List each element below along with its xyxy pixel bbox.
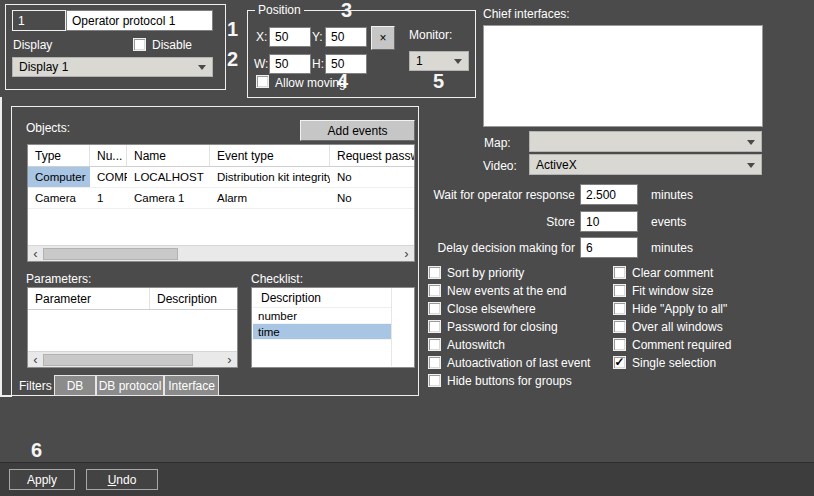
wait-response-label: Wait for operator response — [433, 188, 575, 202]
checklist-column: Description number time — [253, 288, 392, 366]
column-header-description[interactable]: Description — [253, 288, 391, 308]
operator-protocol-settings-panel: Display Disable Display 1 1 2 3 4 5 6 Po… — [0, 0, 814, 496]
table-row[interactable]: Camera 1 Camera 1 Alarm No — [28, 188, 414, 209]
option-single-selection[interactable]: ✓Single selection — [613, 356, 731, 369]
checkbox[interactable] — [613, 338, 626, 351]
checkbox[interactable] — [428, 374, 441, 387]
parameters-table-header: Parameter Description — [28, 288, 237, 310]
delay-label: Delay decision making for — [438, 241, 575, 255]
h-field[interactable] — [325, 54, 367, 74]
allow-moving-label: Allow moving — [275, 76, 346, 90]
column-header-event-type[interactable]: Event type — [210, 145, 330, 166]
checkbox[interactable] — [613, 302, 626, 315]
delay-field[interactable] — [580, 237, 638, 258]
allow-moving-checkbox[interactable] — [256, 75, 269, 88]
option-close-elsewhere[interactable]: Close elsewhere — [428, 302, 590, 315]
scroll-right-icon[interactable]: › — [222, 353, 237, 367]
store-unit: events — [651, 215, 686, 229]
scrollbar-thumb[interactable] — [43, 248, 178, 260]
column-header-request-password[interactable]: Request passwo — [330, 145, 414, 166]
objects-table-header: Type Nu... Name Event type Request passw… — [28, 145, 414, 167]
objects-table[interactable]: Type Nu... Name Event type Request passw… — [27, 144, 415, 262]
option-hide-buttons-for-groups[interactable]: Hide buttons for groups — [428, 374, 590, 387]
column-header-description[interactable]: Description — [150, 288, 237, 309]
monitor-label: Monitor: — [409, 28, 452, 42]
column-header-name[interactable]: Name — [127, 145, 210, 166]
object-id-field[interactable] — [12, 10, 66, 31]
checkbox[interactable] — [428, 284, 441, 297]
checkbox[interactable] — [613, 266, 626, 279]
y-field[interactable] — [325, 27, 367, 47]
objects-label: Objects: — [26, 121, 70, 135]
checkbox[interactable] — [428, 266, 441, 279]
tab-filters-active[interactable]: Filters — [19, 379, 52, 393]
option-password-for-closing[interactable]: Password for closing — [428, 320, 590, 333]
checkbox[interactable] — [428, 302, 441, 315]
checkbox[interactable] — [613, 320, 626, 333]
map-select[interactable] — [529, 131, 762, 152]
parameters-table[interactable]: Parameter Description ‹ › — [27, 287, 238, 368]
x-field[interactable] — [269, 27, 311, 47]
store-field[interactable] — [580, 211, 638, 232]
video-label: Video: — [483, 159, 517, 173]
tab-db-protocol[interactable]: DB protocol — [96, 375, 164, 396]
option-clear-comment[interactable]: Clear comment — [613, 266, 731, 279]
video-select[interactable]: ActiveX — [529, 154, 762, 175]
column-header-type[interactable]: Type — [28, 145, 90, 166]
map-label: Map: — [484, 136, 511, 150]
option-autoswitch[interactable]: Autoswitch — [428, 338, 590, 351]
scroll-left-icon[interactable]: ‹ — [28, 247, 43, 261]
checkbox[interactable] — [428, 320, 441, 333]
object-name-field[interactable] — [66, 10, 213, 31]
option-new-events-at-end[interactable]: New events at the end — [428, 284, 590, 297]
annotation-6: 6 — [31, 440, 42, 460]
option-autoactivation-last-event[interactable]: Autoactivation of last event — [428, 356, 590, 369]
list-item[interactable]: number — [253, 308, 391, 324]
wait-response-field[interactable] — [580, 184, 638, 205]
disable-checkbox[interactable] — [133, 38, 146, 51]
parameters-table-hscrollbar[interactable]: ‹ › — [28, 351, 237, 367]
scroll-left-icon[interactable]: ‹ — [28, 353, 43, 367]
wait-response-unit: minutes — [651, 188, 693, 202]
clear-position-button[interactable]: × — [371, 26, 395, 50]
annotation-1: 1 — [227, 19, 238, 39]
checklist-table[interactable]: Description number time — [251, 287, 415, 368]
option-hide-apply-to-all[interactable]: Hide "Apply to all" — [613, 302, 731, 315]
display-label: Display — [13, 38, 52, 52]
x-label: X: — [256, 30, 267, 44]
list-item-selected[interactable]: time — [253, 324, 391, 340]
checkbox[interactable] — [428, 338, 441, 351]
chevron-down-icon — [747, 163, 755, 168]
checkbox[interactable] — [613, 284, 626, 297]
checklist-label: Checklist: — [251, 272, 303, 286]
options-column-right: Clear comment Fit window size Hide "Appl… — [613, 266, 731, 369]
column-header-parameter[interactable]: Parameter — [28, 288, 150, 309]
column-header-number[interactable]: Nu... — [90, 145, 127, 166]
chief-interfaces-label: Chief interfaces: — [483, 7, 570, 21]
tab-db[interactable]: DB — [54, 375, 96, 396]
chief-interfaces-listbox[interactable] — [483, 25, 763, 127]
position-legend: Position — [255, 3, 304, 17]
option-sort-by-priority[interactable]: Sort by priority — [428, 266, 590, 279]
checkbox[interactable] — [428, 356, 441, 369]
option-comment-required[interactable]: Comment required — [613, 338, 731, 351]
apply-button[interactable]: Apply — [9, 469, 75, 490]
add-events-button[interactable]: Add events — [300, 120, 415, 141]
y-label: Y: — [312, 30, 323, 44]
option-over-all-windows[interactable]: Over all windows — [613, 320, 731, 333]
display-select[interactable]: Display 1 — [12, 57, 213, 77]
objects-table-hscrollbar[interactable]: ‹ › — [28, 245, 414, 261]
table-row[interactable]: Computer COMP.. LOCALHOST Distribution k… — [28, 167, 414, 188]
scroll-right-icon[interactable]: › — [399, 247, 414, 261]
chevron-down-icon — [747, 140, 755, 145]
checkbox-checked-icon[interactable]: ✓ — [613, 356, 626, 369]
w-field[interactable] — [269, 54, 311, 74]
table-empty-area — [28, 310, 237, 351]
tab-interface[interactable]: Interface — [164, 375, 219, 396]
option-fit-window-size[interactable]: Fit window size — [613, 284, 731, 297]
chevron-down-icon — [198, 65, 206, 70]
monitor-select-value: 1 — [416, 54, 423, 68]
monitor-select[interactable]: 1 — [409, 51, 469, 71]
scrollbar-thumb[interactable] — [43, 354, 193, 366]
undo-button[interactable]: Undo — [86, 469, 158, 490]
